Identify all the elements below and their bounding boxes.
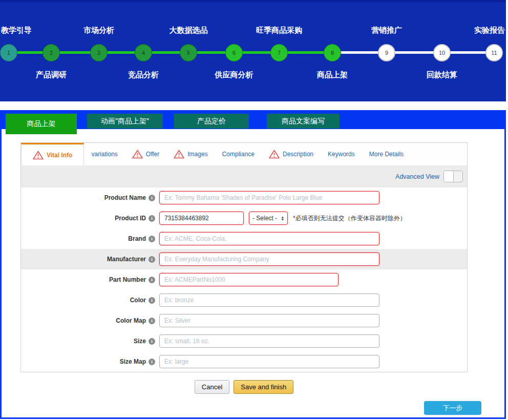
step-circle-8[interactable]: 8 [324,44,341,61]
save-and-finish-button[interactable]: Save and finish [234,380,293,394]
cancel-button[interactable]: Cancel [195,380,229,394]
step-label: 大数据选品 [170,26,208,35]
form-row-brand: Brandi [21,228,467,249]
select-spinner-icon: ▲▼ [281,216,284,221]
input-cell [159,253,379,266]
input-cell [159,314,379,327]
input-cell [159,232,379,245]
form-tab-label: Offer [146,151,159,158]
manufacturer-label: Manufacturer [107,256,146,263]
label-cell: Product Namei [21,194,155,201]
form-row-color: Colori [21,290,467,310]
form-tab-offer[interactable]: Offer [125,143,166,165]
info-icon[interactable]: i [149,277,155,283]
info-icon[interactable]: i [149,338,155,345]
input-cell [159,334,379,348]
main-tab-4[interactable]: 商品文案编写 [267,114,340,129]
product-name-label: Product Name [104,194,146,201]
step-circle-7[interactable]: 7 [270,44,288,61]
step-circle-5[interactable]: 5 [180,44,197,61]
color-map-label: Color Map [116,317,146,324]
advanced-view-toggle[interactable] [443,171,463,182]
form-tab-images[interactable]: Images [166,143,215,165]
brand-input[interactable] [159,232,379,245]
info-icon[interactable]: i [149,318,155,324]
form-tab-label: variations [91,151,117,158]
required-note: *必填否则无法提交（作变体容器时除外） [293,214,406,223]
form-tab-label: Compliance [222,151,255,158]
step-label: 回款结算 [427,70,457,80]
input-cell [159,355,379,368]
label-cell: Sizei [21,338,155,345]
manufacturer-input[interactable] [159,253,379,266]
step-label: 供应商分析 [215,70,253,80]
color-map-input[interactable] [159,314,379,327]
info-icon[interactable]: i [149,195,155,201]
main-tab-2[interactable]: 动画"商品上架" [87,114,163,129]
warning-icon [33,151,44,160]
part-number-label: Part Number [109,276,146,283]
form-tab-description[interactable]: Description [262,143,321,165]
label-cell: Product IDi [21,215,155,222]
next-step-button[interactable]: 下一步 [424,401,481,415]
step-label: 竞品分析 [128,70,159,80]
warning-icon [174,150,184,159]
info-icon[interactable]: i [149,236,155,242]
progress-header: 1教学引导2产品调研3市场分析4竞品分析5大数据选品6供应商分析7旺季商品采购8… [0,0,506,101]
label-cell: Color Mapi [21,317,155,324]
label-cell: Size Mapi [21,358,155,365]
form-tab-keywords[interactable]: Keywords [321,143,362,165]
form-tab-label: Images [187,151,207,158]
size-input[interactable] [159,334,379,348]
module-tab-strip: 商品上架动画"商品上架"产品定价商品文案编写 [2,112,504,129]
step-label: 商品上架 [317,70,348,80]
color-input[interactable] [159,293,379,307]
product-id-input[interactable] [159,212,244,225]
advanced-view-bar: Advanced View [21,165,467,187]
step-circle-10[interactable]: 10 [433,44,451,61]
main-tab-1[interactable]: 商品上架 [6,114,77,134]
warning-icon [269,150,280,159]
step-circle-4[interactable]: 4 [135,44,152,61]
product-id-type-select[interactable]: - Select -▲▼ [249,212,288,225]
brand-label: Brand [128,235,146,242]
product-name-input[interactable] [159,191,379,204]
form-tab-label: Keywords [328,151,355,158]
size-map-input[interactable] [159,355,379,368]
step-label: 营销推广 [371,26,402,35]
step-circle-3[interactable]: 3 [90,44,108,61]
listing-form-card: Vital InfovariationsOfferImagesComplianc… [20,142,468,372]
step-circle-1[interactable]: 1 [0,44,17,61]
step-label: 市场分析 [83,26,114,35]
form-row-color-map: Color Mapi [21,310,467,331]
form-tab-compliance[interactable]: Compliance [215,143,262,165]
step-circle-11[interactable]: 11 [485,44,503,61]
main-panel: 商品上架动画"商品上架"产品定价商品文案编写 Vital Infovariati… [0,110,506,419]
product-id-label: Product ID [115,215,146,222]
info-icon[interactable]: i [149,297,155,304]
size-map-label: Size Map [120,358,146,365]
part-number-input[interactable] [159,273,338,286]
form-tab-variations[interactable]: variations [84,143,124,165]
label-cell: Part Numberi [21,276,155,283]
warning-icon [132,150,143,159]
form-row-size-map: Size Mapi [21,351,467,372]
step-circle-9[interactable]: 9 [378,44,395,61]
advanced-view-label: Advanced View [395,173,439,180]
step-label: 教学引导 [1,26,32,35]
info-icon[interactable]: i [149,215,155,222]
form-tab-more-details[interactable]: More Details [362,143,411,165]
main-tab-3[interactable]: 产品定价 [174,114,249,129]
form-tab-vital-info[interactable]: Vital Info [21,143,84,165]
step-label: 旺季商品采购 [256,26,302,35]
label-cell: Manufactureri [21,256,155,263]
form-tab-bar: Vital InfovariationsOfferImagesComplianc… [21,143,467,165]
color-label: Color [130,297,146,304]
step-circle-6[interactable]: 6 [225,44,243,61]
step-label: 实验报告 [474,26,505,35]
info-icon[interactable]: i [149,256,155,263]
size-label: Size [134,338,146,345]
input-cell: - Select -▲▼*必填否则无法提交（作变体容器时除外） [159,212,406,225]
step-circle-2[interactable]: 2 [43,44,60,61]
info-icon[interactable]: i [149,359,155,365]
